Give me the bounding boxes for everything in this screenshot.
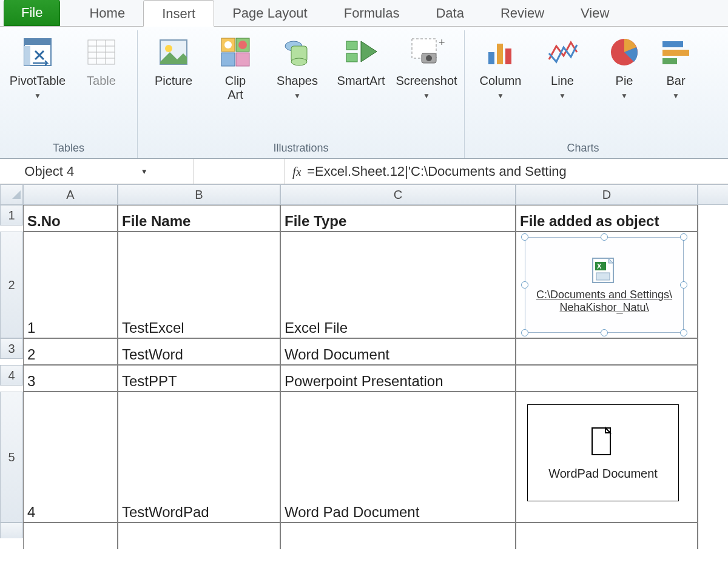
tab-formulas[interactable]: Formulas	[326, 0, 418, 26]
svg-text:+: +	[439, 36, 445, 48]
cell-C2[interactable]: Excel File	[280, 232, 516, 338]
line-chart-icon	[544, 34, 581, 70]
tab-view[interactable]: View	[562, 0, 627, 26]
picture-label: Picture	[155, 74, 192, 88]
picture-button[interactable]: Picture	[145, 30, 202, 127]
chevron-down-icon: ▼	[497, 92, 504, 100]
smartart-button[interactable]: SmartArt	[331, 30, 391, 127]
group-tables-label: Tables	[53, 139, 84, 158]
line-chart-label: Line	[551, 74, 574, 88]
formula-bar: Object 4 ▼ fx =Excel.Sheet.12|'C:\Docume…	[0, 159, 728, 184]
col-header-next[interactable]	[698, 184, 728, 205]
tab-data[interactable]: Data	[417, 0, 482, 26]
tab-page-layout[interactable]: Page Layout	[214, 0, 326, 26]
shapes-label: Shapes	[277, 74, 318, 88]
ribbon-body: PivotTable ▼ Table Tables Picture	[0, 27, 728, 159]
svg-point-10	[165, 45, 172, 52]
bar-chart-label: Bar	[666, 74, 685, 88]
cell-C4[interactable]: Powerpoint Presentation	[280, 365, 516, 392]
column-chart-button[interactable]: Column ▼	[472, 30, 529, 127]
cell-D1[interactable]: File added as object	[516, 205, 698, 232]
table-icon	[83, 34, 120, 70]
embedded-object-wordpad[interactable]: WordPad Document	[527, 404, 679, 501]
shapes-button[interactable]: Shapes ▼	[269, 30, 326, 127]
name-box-value: Object 4	[5, 164, 94, 179]
worksheet-grid[interactable]: A B C D 1 S.No File Name File Type File …	[0, 184, 728, 549]
cell-B5[interactable]: TestWordPad	[118, 392, 280, 523]
clipart-label: Clip Art	[225, 74, 246, 102]
bar-chart-button[interactable]: Bar ▼	[658, 30, 694, 127]
row-header-4[interactable]: 4	[0, 365, 23, 386]
pie-chart-icon	[606, 34, 642, 70]
cell-D2[interactable]: X C:\Documents and Settings\ NehaKishor_…	[516, 232, 698, 338]
svg-rect-16	[236, 53, 249, 66]
formula-input[interactable]: =Excel.Sheet.12|'C:\Documents and Settin…	[307, 164, 567, 179]
svg-rect-26	[488, 52, 494, 64]
svg-rect-28	[505, 48, 511, 64]
chevron-down-icon: ▼	[423, 92, 430, 100]
row-header-2[interactable]: 2	[0, 232, 23, 338]
pivottable-icon	[19, 34, 56, 70]
group-charts: Column ▼ Line ▼ Pie ▼ B	[465, 30, 701, 158]
tab-insert[interactable]: Insert	[143, 0, 214, 27]
table-label: Table	[87, 74, 116, 88]
fx-icon[interactable]: fx	[292, 164, 301, 179]
clipart-button[interactable]: Clip Art	[207, 30, 264, 127]
column-chart-label: Column	[480, 74, 522, 88]
col-header-B[interactable]: B	[118, 184, 280, 205]
pie-chart-button[interactable]: Pie ▼	[596, 30, 653, 127]
col-header-D[interactable]: D	[516, 184, 698, 205]
shapes-icon	[279, 34, 315, 70]
screenshot-button[interactable]: + Screenshot ▼	[396, 30, 457, 127]
svg-rect-27	[497, 44, 503, 64]
svg-rect-30	[662, 41, 683, 47]
svg-rect-1	[24, 39, 51, 45]
cell-D3[interactable]	[516, 338, 698, 365]
chevron-down-icon: ▼	[294, 92, 301, 100]
embedded-object-excel[interactable]: X C:\Documents and Settings\ NehaKishor_…	[525, 237, 684, 333]
cell-A5[interactable]: 4	[23, 392, 118, 523]
cell-A4[interactable]: 3	[23, 365, 118, 392]
embedded-object-caption: C:\Documents and Settings\ NehaKishor_Na…	[528, 289, 681, 313]
col-header-A[interactable]: A	[23, 184, 118, 205]
tab-file[interactable]: File	[4, 0, 60, 26]
svg-point-12	[224, 41, 232, 48]
pivottable-button[interactable]: PivotTable ▼	[7, 30, 68, 127]
cell-D4[interactable]	[516, 365, 698, 392]
col-header-C[interactable]: C	[280, 184, 516, 205]
svg-point-24	[426, 55, 432, 61]
cell-B3[interactable]: TestWord	[118, 338, 280, 365]
group-charts-label: Charts	[567, 139, 599, 158]
svg-point-19	[291, 58, 307, 65]
column-chart-icon	[482, 34, 519, 70]
chevron-down-icon: ▼	[34, 92, 41, 100]
cell-B2[interactable]: TestExcel	[118, 232, 280, 338]
select-all-corner[interactable]	[0, 184, 23, 205]
cell-C5[interactable]: Word Pad Document	[280, 392, 516, 523]
picture-icon	[155, 34, 192, 70]
cell-A1[interactable]: S.No	[23, 205, 118, 232]
row-header-5[interactable]: 5	[0, 392, 23, 523]
table-button[interactable]: Table	[73, 30, 130, 127]
tab-review[interactable]: Review	[482, 0, 562, 26]
row-header-6[interactable]	[0, 523, 23, 538]
row-header-3[interactable]: 3	[0, 338, 23, 359]
name-box[interactable]: Object 4 ▼	[0, 159, 194, 184]
svg-rect-31	[662, 50, 689, 56]
cell-D5[interactable]: WordPad Document	[516, 392, 698, 523]
tab-home[interactable]: Home	[71, 0, 143, 26]
embedded-object-wordpad-caption: WordPad Document	[548, 467, 658, 481]
group-illustrations-label: Illustrations	[273, 139, 328, 158]
line-chart-button[interactable]: Line ▼	[534, 30, 591, 127]
row-header-1[interactable]: 1	[0, 205, 23, 226]
cell-C3[interactable]: Word Document	[280, 338, 516, 365]
svg-point-14	[238, 41, 247, 49]
cell-B4[interactable]: TestPPT	[118, 365, 280, 392]
cell-C1[interactable]: File Type	[280, 205, 516, 232]
bar-chart-icon	[658, 34, 694, 70]
cell-A3[interactable]: 2	[23, 338, 118, 365]
chevron-down-icon: ▼	[621, 92, 628, 100]
cell-A2[interactable]: 1	[23, 232, 118, 338]
chevron-down-icon[interactable]: ▼	[94, 167, 189, 176]
cell-B1[interactable]: File Name	[118, 205, 280, 232]
